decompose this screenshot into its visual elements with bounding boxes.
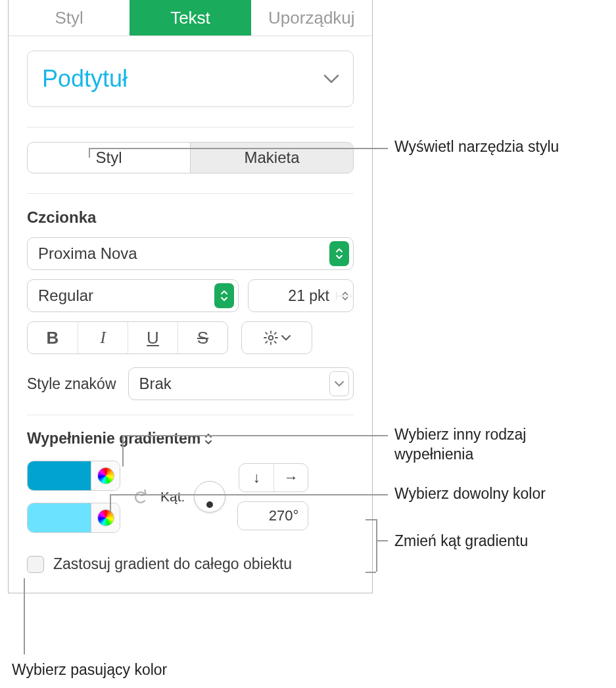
angle-label: Kąt: xyxy=(160,489,185,505)
angle-direction-group: ↓ → xyxy=(239,463,308,492)
font-family-select[interactable]: Proxima Nova xyxy=(27,237,354,270)
gradient-stop-2 xyxy=(27,503,120,533)
chevron-down-icon xyxy=(281,334,291,341)
gradient-color-2-well[interactable] xyxy=(28,503,91,532)
text-subtabs: Styl Makieta xyxy=(27,142,354,173)
callout-show-style-tools: Wyświetl narzędzia stylu xyxy=(394,138,559,156)
text-style-group: B I U S xyxy=(27,321,228,354)
font-weight-select[interactable]: Regular xyxy=(27,279,239,312)
paragraph-style-label: Podtytuł xyxy=(42,65,128,93)
chevron-down-icon xyxy=(324,74,339,83)
gear-icon xyxy=(263,330,279,346)
callout-fill-type-line1: Wybierz inny rodzaj xyxy=(394,426,526,444)
stepper-down[interactable] xyxy=(337,296,353,300)
callout-fill-type-line2: wypełnienia xyxy=(394,446,473,463)
callout-any-color: Wybierz dowolny kolor xyxy=(394,485,546,503)
italic-button[interactable]: I xyxy=(78,322,128,354)
angle-down-button[interactable]: ↓ xyxy=(239,464,273,492)
gradient-stop-1 xyxy=(27,461,120,491)
chevron-down-icon xyxy=(329,371,349,396)
angle-right-button[interactable]: → xyxy=(273,464,308,492)
paragraph-style-popup[interactable]: Podtytuł xyxy=(27,51,354,107)
character-style-select[interactable]: Brak xyxy=(128,367,354,400)
tab-arrange[interactable]: Uporządkuj xyxy=(251,0,372,35)
character-style-value: Brak xyxy=(139,375,329,393)
font-section-heading: Czcionka xyxy=(27,208,354,227)
character-styles-label: Style znaków xyxy=(27,375,116,393)
fill-type-popup[interactable]: Wypełnienie gradientem xyxy=(27,430,354,447)
angle-field[interactable]: 270° xyxy=(237,501,308,530)
subtab-style[interactable]: Styl xyxy=(28,143,190,173)
color-picker-button-2[interactable] xyxy=(91,503,120,532)
angle-value: 270° xyxy=(269,507,299,524)
angle-dial[interactable] xyxy=(194,481,225,513)
updown-icon xyxy=(214,283,234,308)
apply-to-whole-label: Zastosuj gradient do całego obiektu xyxy=(53,555,292,573)
svg-point-0 xyxy=(269,336,273,340)
subtab-layout[interactable]: Makieta xyxy=(190,143,353,173)
updown-icon xyxy=(204,432,212,446)
apply-to-whole-checkbox[interactable] xyxy=(27,556,44,573)
updown-icon xyxy=(329,241,349,266)
color-picker-button-1[interactable] xyxy=(91,461,120,490)
bold-button[interactable]: B xyxy=(28,322,78,354)
fill-type-label: Wypełnienie gradientem xyxy=(27,430,201,447)
callout-matching-color: Wybierz pasujący kolor xyxy=(12,661,167,679)
tab-text[interactable]: Tekst xyxy=(130,0,250,35)
tab-style[interactable]: Styl xyxy=(9,0,130,35)
gradient-color-1-well[interactable] xyxy=(28,461,91,490)
inspector-tabs: Styl Tekst Uporządkuj xyxy=(9,0,372,36)
font-size-stepper xyxy=(336,292,353,300)
strikethrough-button[interactable]: S xyxy=(178,322,227,354)
format-inspector-panel: Styl Tekst Uporządkuj Podtytuł Styl Maki… xyxy=(8,0,373,593)
font-weight-value: Regular xyxy=(38,287,214,305)
swap-colors-button[interactable]: ↻ xyxy=(128,487,153,507)
colorwheel-icon xyxy=(97,509,114,526)
callout-change-angle: Zmień kąt gradientu xyxy=(394,532,528,550)
colorwheel-icon xyxy=(97,467,114,484)
font-size-field[interactable]: 21 pkt xyxy=(248,279,354,312)
underline-button[interactable]: U xyxy=(128,322,178,354)
font-family-value: Proxima Nova xyxy=(38,244,329,263)
advanced-options-button[interactable] xyxy=(241,321,312,354)
font-size-value: 21 pkt xyxy=(249,287,336,305)
